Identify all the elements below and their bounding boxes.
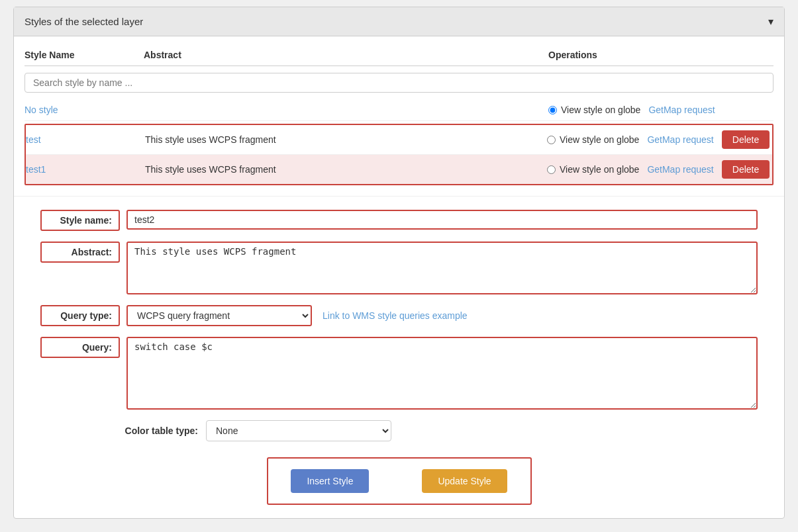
color-table-select[interactable]: None ColorMap Interval [206,420,391,441]
style-name-row: Style name: [40,210,758,231]
panel-header: Styles of the selected layer ▾ [14,7,784,36]
wms-example-link[interactable]: Link to WMS style queries example [323,310,468,321]
getmap-link-0[interactable]: GetMap request [648,105,715,115]
row-test1-ops: View style on globe GetMap request Delet… [547,160,772,179]
abstract-textarea[interactable] [126,242,758,294]
view-style-label-2: View style on globe [560,164,639,175]
panel-title: Styles of the selected layer [25,16,143,27]
styles-table-section: Style Name Abstract Operations No style … [14,36,784,197]
radio-test[interactable] [547,136,556,144]
query-row: Query: [40,337,758,410]
delete-button-test[interactable]: Delete [722,130,770,149]
row-test-ops: View style on globe GetMap request Delet… [547,130,772,149]
query-textarea[interactable] [126,337,758,410]
row-test-abstract: This style uses WCPS fragment [145,134,547,145]
table-row: test This style uses WCPS fragment View … [26,125,772,155]
col-header-abstract: Abstract [144,50,548,60]
insert-style-button[interactable]: Insert Style [291,469,369,493]
radio-test1[interactable] [547,165,556,174]
main-panel: Styles of the selected layer ▾ Style Nam… [13,7,785,519]
chevron-down-icon[interactable]: ▾ [768,15,773,28]
style-name-input[interactable] [126,210,758,230]
row-test-name: test [26,134,145,145]
row-test1-abstract: This style uses WCPS fragment [145,164,547,175]
radio-group-test: View style on globe [547,134,639,145]
style-name-label: Style name: [40,210,120,231]
style-name-field-wrapper [126,210,758,230]
radio-group-no-style: View style on globe [548,105,640,115]
row-test1-name: test1 [26,164,145,175]
style-form-section: Style name: Abstract: Query type: WCPS q… [14,197,784,518]
abstract-row: Abstract: [40,242,758,294]
query-type-row: Query type: WCPS query fragment RasQL fr… [40,305,758,326]
abstract-label: Abstract: [40,242,120,263]
selected-rows-box: test This style uses WCPS fragment View … [25,124,773,185]
query-field-wrapper [126,337,758,410]
row-no-style-name: No style [25,105,144,115]
color-table-label: Color table type: [93,420,206,441]
view-style-label-1: View style on globe [560,134,639,145]
table-row: No style View style on globe GetMap requ… [25,99,773,121]
buttons-container: Insert Style Update Style [40,452,758,505]
buttons-box: Insert Style Update Style [267,457,532,505]
query-type-label: Query type: [40,305,120,326]
view-style-label-0: View style on globe [561,105,640,115]
row-no-style-ops: View style on globe GetMap request [548,105,773,115]
query-type-select[interactable]: WCPS query fragment RasQL fragment SLD/S… [126,305,312,326]
update-style-button[interactable]: Update Style [422,469,507,493]
table-header: Style Name Abstract Operations [25,47,773,66]
radio-group-test1: View style on globe [547,164,639,175]
delete-button-test1[interactable]: Delete [722,160,770,179]
search-input[interactable] [25,73,773,93]
table-row: test1 This style uses WCPS fragment View… [26,155,772,184]
col-header-style-name: Style Name [25,50,144,60]
getmap-link-2[interactable]: GetMap request [647,164,713,175]
query-type-field-wrapper: WCPS query fragment RasQL fragment SLD/S… [126,305,758,326]
color-table-row: Color table type: None ColorMap Interval [93,420,758,441]
getmap-link-1[interactable]: GetMap request [647,134,713,145]
abstract-field-wrapper [126,242,758,294]
query-label: Query: [40,337,120,358]
col-header-operations: Operations [548,50,773,60]
radio-no-style[interactable] [548,106,557,114]
